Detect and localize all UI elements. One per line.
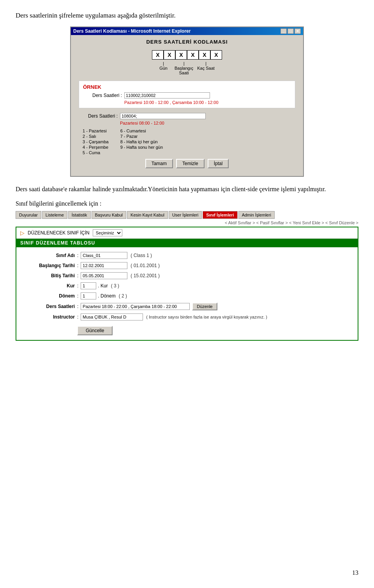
ornek-decoded: Pazartesi 10:00 - 12:00 , Çarsamba 10:00…: [124, 100, 291, 105]
ders-saatleri-label-2: Ders Saatleri :: [79, 113, 118, 119]
day-4: 4 - Perşembe: [83, 145, 109, 150]
baslangic-tarihi-hint: ( 01.01.2001 ): [131, 263, 160, 268]
sinif-adi-input[interactable]: [81, 252, 127, 259]
coding-box-2: X: [164, 50, 175, 60]
ie-titlebar: Ders Saatleri Kodlaması - Microsoft Inte…: [71, 27, 303, 35]
day-5: 5 - Cuma: [83, 150, 109, 155]
guncelle-button[interactable]: Güncelle: [77, 326, 113, 335]
day-column-2: 6 - Cumartesi 7 - Pazar 8 - Hafta içi he…: [120, 129, 163, 155]
instructor-hint: ( Instructor sayısı birden fazla ise ara…: [146, 315, 267, 319]
ie-content: DERS SAATLERİ KODLAMASI X X X X X X | Gü…: [71, 35, 303, 176]
ders-saatleri-sinif-input[interactable]: [81, 303, 190, 310]
duzenle-button[interactable]: Düzenle: [192, 303, 217, 310]
kur-hint: ( 3 ): [111, 283, 119, 289]
kur-suffix: . Kur: [98, 283, 108, 289]
donem-suffix: . Dönem: [98, 293, 115, 299]
day-2: 2 - Salı: [83, 134, 109, 139]
tab-user-islemleri[interactable]: User İşlemleri: [169, 211, 202, 219]
bitis-tarihi-input[interactable]: [81, 272, 127, 279]
tab-sinif-islemleri[interactable]: Sınıf İşlemleri: [203, 211, 238, 219]
duzenlenecek-label: DÜZENLENECEK SINIF İÇİN: [28, 230, 90, 236]
day-3: 3 - Çarşamba: [83, 139, 109, 144]
day-list: 1 - Pazartesi 2 - Salı 3 - Çarşamba 4 - …: [83, 129, 295, 155]
baslangic-tarihi-input[interactable]: [81, 262, 127, 269]
instructor-input[interactable]: [81, 313, 143, 320]
ders2-section: Ders Saatleri : Pazartesi 08:00 - 12:00: [79, 113, 295, 125]
gun-label: Gün: [159, 66, 168, 70]
sinif-adi-row: Sınıf Adı : ( Class 1 ): [24, 252, 350, 259]
bitis-tarihi-row: Bitiş Tarihi : ( 15.02.2001 ): [24, 272, 350, 279]
donem-label: Dönem: [24, 293, 75, 299]
ornek-label: ÖRNEK: [83, 84, 291, 90]
coding-box-3: X: [175, 50, 187, 60]
tab-admin-islemleri[interactable]: Admin İşlemleri: [238, 211, 275, 219]
coding-box-6: X: [210, 50, 222, 60]
day-column-1: 1 - Pazartesi 2 - Salı 3 - Çarşamba 4 - …: [83, 129, 109, 155]
donem-row: Dönem : . Dönem ( 2 ): [24, 292, 350, 299]
ie-title: Ders Saatleri Kodlaması - Microsoft Inte…: [73, 28, 191, 34]
iptal-button[interactable]: İptal: [208, 159, 229, 168]
day-1: 1 - Pazartesi: [83, 129, 109, 133]
coding-box-1: X: [152, 50, 164, 60]
sinif-adi-hint: ( Class 1 ): [131, 253, 152, 258]
table-title: SINIF DÜZENLEME TABLOSU: [16, 239, 358, 247]
tab-kesin-kayit[interactable]: Kesin Kayıt Kabul: [127, 211, 168, 219]
instructor-label: Instructor: [24, 314, 75, 320]
tamam-button[interactable]: Tamam: [145, 159, 173, 168]
day-8: 8 - Hafta içi her gün: [120, 139, 163, 144]
close-button[interactable]: ✕: [295, 28, 301, 34]
kur-inline: . Kur: [81, 282, 108, 289]
bitis-tarihi-label: Bitiş Tarihi: [24, 273, 75, 278]
donem-inline: . Dönem: [81, 292, 115, 299]
section-title: Sınıf bilgilerini güncellemek için :: [16, 200, 358, 207]
tab-basvuru-kabul[interactable]: Başvuru Kabul: [92, 211, 127, 219]
day-9: 9 - Hafta sonu her gün: [120, 145, 163, 150]
duzenlenecek-icon: ▷: [20, 230, 25, 236]
maximize-button[interactable]: □: [288, 28, 294, 34]
sinif-select[interactable]: Seçiminiz: [93, 229, 122, 236]
body-text-1: Ders saati database'e rakamlar halinde y…: [16, 185, 358, 194]
day-7: 7 - Pazar: [120, 134, 163, 139]
ie-inner-title: DERS SAATLERİ KODLAMASI: [79, 39, 295, 45]
coding-box-5: X: [199, 50, 210, 60]
button-row: Tamam Temizle İptal: [79, 159, 295, 168]
kur-label: Kur: [24, 283, 75, 289]
ders2-decoded: Pazartesi 08:00 - 12:00: [120, 121, 295, 125]
baslangic-tarihi-label: Başlangıç Tarihi: [24, 263, 75, 268]
tab-istatistik[interactable]: İstatistik: [68, 211, 91, 219]
ders-saatleri-label-1: Ders Saatleri :: [83, 93, 122, 98]
intro-text: Ders saatlerinin şifreleme uygulaması aş…: [16, 12, 358, 19]
duzenlenecek-bar: ▷ DÜZENLENECEK SINIF İÇİN Seçiminiz: [16, 227, 358, 239]
instructor-row: Instructor : ( Instructor sayısı birden …: [24, 313, 350, 320]
coding-box-4: X: [187, 50, 199, 60]
minimize-button[interactable]: _: [280, 28, 287, 34]
baslangic-tarihi-row: Başlangıç Tarihi : ( 01.01.2001 ): [24, 262, 350, 269]
coding-diagram: X X X X X X | Gün | BaşlangıçSaati |: [79, 50, 295, 75]
sinif-adi-label: Sınıf Adı: [24, 253, 75, 258]
guncelle-row: Güncelle: [24, 324, 350, 335]
form-panel: ▷ DÜZENLENECEK SINIF İÇİN Seçiminiz SINI…: [16, 227, 358, 341]
ders2-form-row: Ders Saatleri :: [79, 113, 295, 119]
baslangic-label: BaşlangıçSaati: [175, 66, 193, 75]
ders-saatleri-sinif-label: Ders Saatleri: [24, 304, 75, 309]
tab-duyurular[interactable]: Duyurular: [16, 211, 41, 219]
ders-saatleri-input-1[interactable]: [124, 92, 210, 99]
ders-saatleri-input-2[interactable]: [120, 113, 206, 119]
kur-row: Kur : . Kur ( 3 ): [24, 282, 350, 289]
ders-saatleri-row: Ders Saatleri : Düzenle: [24, 303, 350, 310]
sinif-form: Sınıf Adı : ( Class 1 ) Başlangıç Tarihi…: [16, 247, 358, 340]
bitis-tarihi-hint: ( 15.02.2001 ): [131, 273, 160, 278]
day-6: 6 - Cumartesi: [120, 129, 163, 133]
kur-input[interactable]: [81, 282, 96, 289]
ornek-section: ÖRNEK Ders Saatleri : Pazartesi 10:00 - …: [79, 81, 295, 108]
page-number: 13: [352, 569, 358, 576]
donem-input[interactable]: [81, 292, 96, 299]
coding-boxes: X X X X X X: [79, 50, 295, 60]
ornek-form-row: Ders Saatleri :: [83, 92, 291, 99]
kac-label: Kaç Saat: [197, 66, 215, 70]
breadcrumb: < Aktif Sınıflar > < Pasif Sınıflar > < …: [16, 220, 358, 225]
nav-tabs: Duyurular Listeleme İstatistik Başvuru K…: [16, 211, 358, 219]
donem-hint: ( 2 ): [119, 293, 127, 299]
tab-listeleme[interactable]: Listeleme: [42, 211, 67, 219]
temizle-button[interactable]: Temizle: [176, 159, 205, 168]
